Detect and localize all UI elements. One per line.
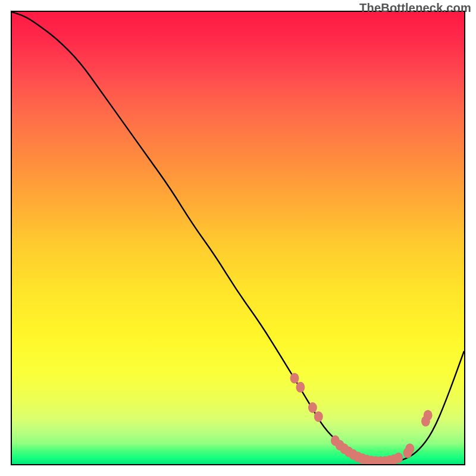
curve-marker bbox=[314, 411, 323, 422]
plot-area bbox=[11, 11, 465, 465]
curve-marker bbox=[290, 373, 299, 384]
curve-marker bbox=[424, 410, 433, 421]
curve-marker bbox=[394, 452, 403, 463]
bottleneck-curve-path bbox=[12, 12, 464, 462]
curve-marker bbox=[296, 382, 305, 393]
curve-layer bbox=[12, 12, 464, 464]
curve-marker bbox=[308, 402, 317, 413]
bottleneck-chart: TheBottleneck.com bbox=[0, 0, 476, 476]
curve-marker bbox=[405, 443, 414, 454]
watermark-text: TheBottleneck.com bbox=[359, 1, 471, 15]
